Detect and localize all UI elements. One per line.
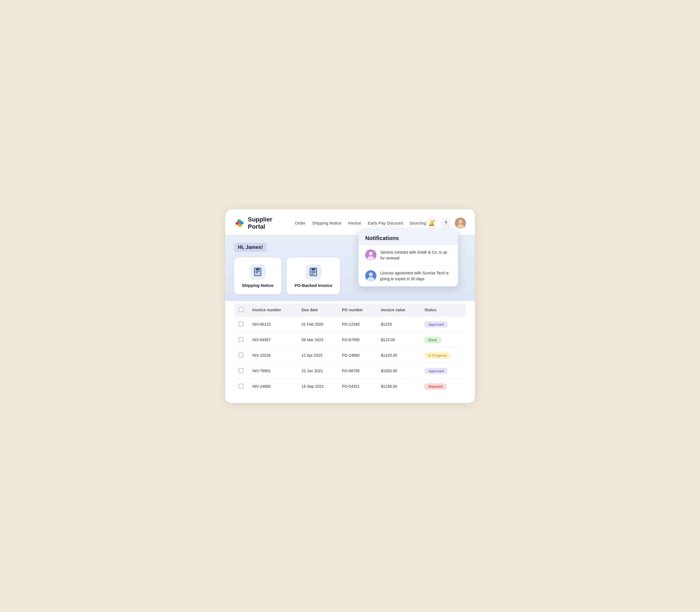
notification-item-1: Service contract with Smith & Co. is up … bbox=[359, 245, 458, 266]
status-badge-4: Rejected bbox=[424, 383, 446, 390]
po-number-0: PO-12345 bbox=[338, 317, 376, 332]
row-checkbox-cell-2 bbox=[234, 348, 248, 363]
shipping-icon-svg bbox=[253, 267, 262, 276]
help-icon: ? bbox=[444, 221, 447, 226]
status-badge-0: Approved bbox=[424, 321, 448, 328]
notif-avatar-2-svg bbox=[365, 270, 376, 281]
notifications-popup: Notifications Service contract with Smit… bbox=[358, 229, 458, 287]
invoice-table: Invoice number Due date PO number Invoic… bbox=[234, 303, 466, 394]
notification-item-2: License agreement with Sunrise Tech is g… bbox=[359, 266, 458, 286]
shipping-notice-icon bbox=[250, 264, 265, 280]
status-badge-1: Done bbox=[424, 337, 441, 343]
svg-rect-24 bbox=[311, 274, 314, 274]
row-checkbox-cell-3 bbox=[234, 363, 248, 379]
notif-avatar-1-svg bbox=[365, 249, 376, 261]
main-nav: Order Shipping Notice Invoice Early Pay … bbox=[295, 221, 426, 225]
table-row: INV-24680 15 Sep 2022 PO-54321 $1238.00 … bbox=[234, 379, 466, 394]
row-checkbox-1[interactable] bbox=[238, 337, 244, 342]
po-number-4: PO-54321 bbox=[338, 379, 376, 394]
col-header-due-date: Due date bbox=[297, 303, 338, 317]
col-header-status: Status bbox=[420, 303, 466, 317]
notif-avatar-2 bbox=[365, 270, 376, 281]
col-header-checkbox bbox=[234, 303, 248, 317]
due-date-1: 06 Mar 2023 bbox=[297, 332, 338, 348]
po-number-2: PO-24680 bbox=[338, 348, 376, 363]
greeting: Hi, James! bbox=[234, 243, 267, 252]
po-number-1: PO-67890 bbox=[338, 332, 376, 348]
svg-rect-25 bbox=[312, 268, 315, 270]
svg-point-11 bbox=[369, 273, 373, 276]
table-row: INV-10234 12 Apr 2022 PO-24680 $1433.00 … bbox=[234, 348, 466, 363]
nav-invoice[interactable]: Invoice bbox=[348, 221, 361, 225]
po-invoice-label: PO-Backed Invoice bbox=[294, 283, 332, 288]
bell-button[interactable]: 🔔 bbox=[426, 218, 437, 229]
table-section: Invoice number Due date PO number Invoic… bbox=[225, 303, 475, 403]
header-actions: 🔔 ? bbox=[426, 218, 466, 229]
col-header-po-number: PO number bbox=[338, 303, 376, 317]
status-badge-3: Approved bbox=[424, 368, 448, 374]
avatar-svg bbox=[455, 218, 466, 229]
po-number-3: PO-98765 bbox=[338, 363, 376, 379]
nav-shipping-notice[interactable]: Shipping Notice bbox=[312, 221, 341, 225]
notifications-title: Notifications bbox=[359, 230, 458, 245]
table-row: INV-00123 01 Feb 2020 PO-12345 $1233 App… bbox=[234, 317, 466, 332]
svg-rect-16 bbox=[256, 271, 260, 272]
invoice-value-1: $123.00 bbox=[376, 332, 420, 348]
notification-text-2: License agreement with Sunrise Tech is g… bbox=[380, 270, 451, 282]
invoice-number-2: INV-10234 bbox=[248, 348, 297, 363]
invoice-value-0: $1233 bbox=[376, 317, 420, 332]
logo: Supplier Portal bbox=[234, 216, 287, 230]
svg-rect-18 bbox=[256, 268, 259, 270]
shipping-notice-label: Shipping Notice bbox=[242, 283, 273, 288]
invoice-value-3: $1003.00 bbox=[376, 363, 420, 379]
table-row: INV-78901 22 Jun 2021 PO-98765 $1003.00 … bbox=[234, 363, 466, 379]
table-header-row: Invoice number Due date PO number Invoic… bbox=[234, 303, 466, 317]
nav-order[interactable]: Order bbox=[295, 221, 305, 225]
svg-point-8 bbox=[369, 252, 373, 255]
avatar[interactable] bbox=[455, 218, 466, 229]
status-cell-4: Rejected bbox=[420, 379, 466, 394]
row-checkbox-cell-0 bbox=[234, 317, 248, 332]
avatar-image bbox=[455, 218, 466, 229]
due-date-3: 22 Jun 2021 bbox=[297, 363, 338, 379]
invoice-number-1: INV-04567 bbox=[248, 332, 297, 348]
row-checkbox-0[interactable] bbox=[238, 321, 244, 326]
help-button[interactable]: ? bbox=[440, 218, 452, 229]
svg-rect-17 bbox=[256, 273, 258, 273]
quick-action-shipping[interactable]: Shipping Notice bbox=[234, 258, 281, 294]
status-cell-2: In Progress bbox=[420, 348, 466, 363]
quick-action-invoice[interactable]: PO-Backed Invoice bbox=[287, 258, 340, 294]
invoice-number-4: INV-24680 bbox=[248, 379, 297, 394]
svg-rect-22 bbox=[311, 271, 316, 272]
po-icon-svg bbox=[309, 267, 318, 276]
select-all-checkbox[interactable] bbox=[238, 307, 244, 312]
row-checkbox-cell-4 bbox=[234, 379, 248, 394]
due-date-4: 15 Sep 2022 bbox=[297, 379, 338, 394]
svg-rect-23 bbox=[311, 273, 316, 273]
row-checkbox-4[interactable] bbox=[238, 384, 244, 389]
notification-dot bbox=[433, 220, 435, 222]
table-row: INV-04567 06 Mar 2023 PO-67890 $123.00 D… bbox=[234, 332, 466, 348]
po-invoice-icon bbox=[306, 264, 321, 280]
svg-point-5 bbox=[458, 220, 462, 224]
status-badge-2: In Progress bbox=[424, 352, 450, 359]
row-checkbox-cell-1 bbox=[234, 332, 248, 348]
status-cell-3: Approved bbox=[420, 363, 466, 379]
notification-text-1: Service contract with Smith & Co. is up … bbox=[380, 249, 451, 261]
app-title: Supplier Portal bbox=[248, 216, 287, 230]
logo-icon bbox=[234, 217, 245, 229]
row-checkbox-2[interactable] bbox=[238, 352, 244, 358]
invoice-value-2: $1433.00 bbox=[376, 348, 420, 363]
nav-early-pay[interactable]: Early Pay Discount bbox=[368, 221, 403, 225]
status-cell-1: Done bbox=[420, 332, 466, 348]
invoice-number-3: INV-78901 bbox=[248, 363, 297, 379]
nav-sourcing[interactable]: Sourcing bbox=[410, 221, 426, 225]
notif-avatar-1 bbox=[365, 249, 376, 261]
due-date-2: 12 Apr 2022 bbox=[297, 348, 338, 363]
due-date-0: 01 Feb 2020 bbox=[297, 317, 338, 332]
row-checkbox-3[interactable] bbox=[238, 368, 244, 373]
app-container: Supplier Portal Order Shipping Notice In… bbox=[225, 209, 475, 403]
status-cell-0: Approved bbox=[420, 317, 466, 332]
col-header-invoice-number: Invoice number bbox=[248, 303, 297, 317]
invoice-value-4: $1238.00 bbox=[376, 379, 420, 394]
